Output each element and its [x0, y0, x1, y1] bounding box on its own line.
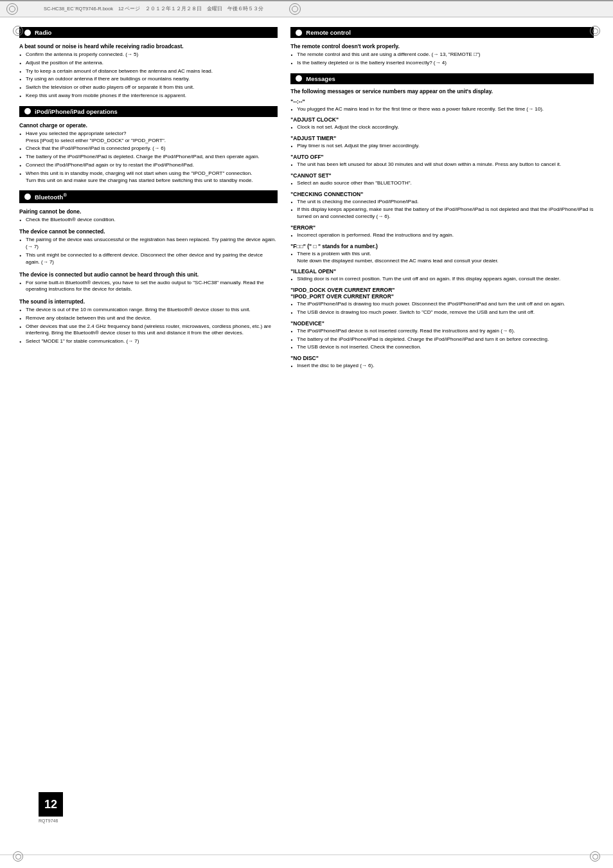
corner-bottom-right [590, 851, 600, 862]
messages-icon [296, 75, 302, 82]
ipod-section: iPod/iPhone/iPad operations Cannot charg… [19, 106, 278, 185]
header-text: SC-HC38_EC`RQT9746-R.book 12 ページ ２０１２年１２… [44, 6, 263, 12]
msg-bullet-9-1: Sliding door is not in correct position.… [290, 276, 594, 283]
radio-bullet-6: Keep this unit away from mobile phones i… [19, 93, 278, 100]
bluetooth-section: Bluetooth® Pairing cannot be done. Check… [19, 190, 278, 345]
right-column: Remote control The remote control doesn'… [290, 27, 594, 376]
msg-bullet-2-1: Clock is not set. Adjust the clock accor… [290, 124, 594, 131]
corner-bottom-left [13, 851, 23, 862]
message-item-2: "ADJUST CLOCK" Clock is not set. Adjust … [290, 116, 594, 131]
bt-bullet-1: Check the Bluetooth® device condition. [19, 217, 278, 224]
bluetooth-problem4-list: The device is out of the 10 m communicat… [19, 307, 278, 345]
ipod-section-header: iPod/iPhone/iPad operations [19, 106, 278, 117]
message-item-12: "NO DISC" Insert the disc to be played (… [290, 355, 594, 370]
radio-bullet-1: Confirm the antenna is properly connecte… [19, 51, 278, 59]
radio-section-header: Radio [19, 27, 278, 38]
page-code: RQT9746 [39, 818, 58, 823]
remote-section-header: Remote control [290, 27, 594, 38]
remote-bullet-2: Is the battery depleted or is the batter… [290, 60, 594, 67]
corner-top-right [590, 26, 600, 36]
bottom-border [0, 854, 613, 855]
remote-section: Remote control The remote control doesn'… [290, 27, 594, 67]
msg-bullet-6-2: If this display keeps appearing, make su… [290, 206, 594, 221]
bluetooth-problem4-title: The sound is interrupted. [19, 298, 278, 305]
radio-bullet-3: Try to keep a certain amount of distance… [19, 68, 278, 75]
bluetooth-problem1-list: Check the Bluetooth® device condition. [19, 217, 278, 224]
radio-title: Radio [35, 29, 51, 36]
msg-bullet-11-3: The USB device is not inserted. Check th… [290, 344, 594, 351]
msg-bullet-8-1: There is a problem with this unit.Note d… [290, 251, 594, 265]
bluetooth-problem1-title: Pairing cannot be done. [19, 208, 278, 215]
message-item-6: "CHECKING CONNECTION" The unit is checki… [290, 191, 594, 221]
bt-bullet-5: The device is out of the 10 m communicat… [19, 307, 278, 314]
bt-bullet-6: Remove any obstacle between this unit an… [19, 315, 278, 322]
ipod-bullet-5: When this unit is in standby mode, charg… [19, 170, 278, 185]
remote-title: Remote control [306, 29, 351, 36]
message-item-10: "IPOD_DOCK OVER CURRENT ERROR""IPOD_PORT… [290, 287, 594, 316]
msg-bullet-1-1: You plugged the AC mains lead in for the… [290, 106, 594, 113]
message-item-4: "AUTO OFF" The unit has been left unused… [290, 154, 594, 168]
radio-bullet-2: Adjust the position of the antenna. [19, 60, 278, 67]
message-item-11: "NODEVICE" The iPod/iPhone/iPad device i… [290, 320, 594, 351]
bluetooth-icon [24, 194, 31, 200]
corner-circle-left [6, 3, 18, 15]
remote-bullet-1: The remote control and this unit are usi… [290, 51, 594, 59]
radio-section: Radio A beat sound or noise is heard whi… [19, 27, 278, 100]
messages-intro: The following messages or service number… [290, 88, 594, 95]
msg-bullet-11-2: The battery of the iPod/iPhone/iPad is d… [290, 336, 594, 343]
ipod-problem1-title: Cannot charge or operate. [19, 122, 278, 129]
message-item-7: "ERROR" Incorrect operation is performed… [290, 224, 594, 239]
bluetooth-problem3-list: For some built-in Bluetooth® devices, yo… [19, 280, 278, 294]
radio-icon [24, 30, 31, 36]
ipod-bullet-3: The battery of the iPod/iPhone/iPad is d… [19, 154, 278, 161]
page: SC-HC38_EC`RQT9746-R.book 12 ページ ２０１２年１２… [0, 0, 613, 868]
ipod-title: iPod/iPhone/iPad operations [35, 108, 118, 115]
corner-circle-right [289, 3, 301, 15]
ipod-bullet-1: Have you selected the appropriate select… [19, 131, 278, 145]
msg-bullet-7-1: Incorrect operation is performed. Read t… [290, 232, 594, 239]
content-area: Radio A beat sound or noise is heard whi… [0, 17, 613, 415]
bt-bullet-3: This unit might be connected to a differ… [19, 252, 278, 266]
radio-bullet-5: Switch the television or other audio pla… [19, 84, 278, 91]
bluetooth-problem2-title: The device cannot be connected. [19, 228, 278, 235]
message-item-1: "--:--" You plugged the AC mains lead in… [290, 98, 594, 113]
remote-icon [296, 30, 302, 36]
messages-section: Messages The following messages or servi… [290, 73, 594, 370]
msg-bullet-10-1: The iPod/iPhone/iPad is drawing too much… [290, 301, 594, 308]
msg-bullet-5-1: Select an audio source other than "BLUET… [290, 180, 594, 187]
bluetooth-section-header: Bluetooth® [19, 190, 278, 203]
radio-problem1-list: Confirm the antenna is properly connecte… [19, 51, 278, 100]
message-item-8: "F□□" (" □ " stands for a number.) There… [290, 243, 594, 265]
bt-bullet-8: Select "MODE 1" for stable communication… [19, 338, 278, 345]
bluetooth-problem3-title: The device is connected but audio cannot… [19, 271, 278, 278]
msg-bullet-3-1: Play timer is not set. Adjust the play t… [290, 143, 594, 150]
message-item-5: "CANNOT SET" Select an audio source othe… [290, 172, 594, 187]
bluetooth-title: Bluetooth® [35, 192, 67, 201]
bt-bullet-4: For some built-in Bluetooth® devices, yo… [19, 280, 278, 294]
msg-bullet-11-1: The iPod/iPhone/iPad device is not inser… [290, 328, 594, 335]
ipod-icon [24, 108, 31, 114]
msg-bullet-12-1: Insert the disc to be played (→ 6). [290, 363, 594, 370]
ipod-problem1-list: Have you selected the appropriate select… [19, 131, 278, 185]
remote-problem1-title: The remote control doesn't work properly… [290, 43, 594, 50]
messages-title: Messages [306, 75, 335, 82]
bt-bullet-2: The pairing of the device was unsuccessf… [19, 237, 278, 251]
remote-problem1-list: The remote control and this unit are usi… [290, 51, 594, 67]
msg-bullet-4-1: The unit has been left unused for about … [290, 161, 594, 168]
bluetooth-problem2-list: The pairing of the device was unsuccessf… [19, 237, 278, 266]
message-item-9: "ILLEGAL OPEN" Sliding door is not in co… [290, 268, 594, 283]
msg-bullet-6-1: The unit is checking the connected iPod/… [290, 199, 594, 206]
radio-problem1-title: A beat sound or noise is heard while rec… [19, 43, 278, 50]
corner-top-left [13, 26, 23, 36]
message-item-3: "ADJUST TIMER" Play timer is not set. Ad… [290, 135, 594, 150]
msg-bullet-10-2: The USB device is drawing too much power… [290, 309, 594, 316]
messages-section-header: Messages [290, 73, 594, 84]
page-number: 12 [39, 792, 63, 817]
header-bar: SC-HC38_EC`RQT9746-R.book 12 ページ ２０１２年１２… [0, 0, 613, 17]
ipod-bullet-4: Connect the iPod/iPhone/iPad again or tr… [19, 162, 278, 169]
bt-bullet-7: Other devices that use the 2.4 GHz frequ… [19, 323, 278, 338]
ipod-bullet-2: Check that the iPod/iPhone/iPad is conne… [19, 145, 278, 152]
radio-bullet-4: Try using an outdoor antenna if there ar… [19, 76, 278, 83]
left-column: Radio A beat sound or noise is heard whi… [19, 27, 278, 376]
